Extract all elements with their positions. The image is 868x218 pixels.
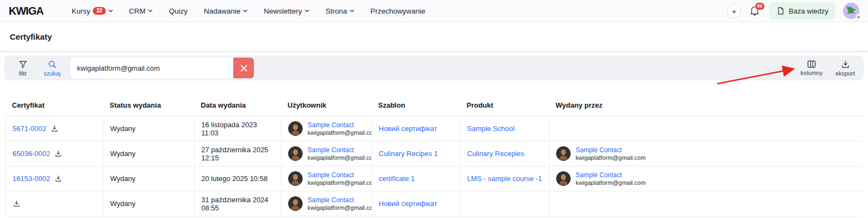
- status-cell: Wydany: [104, 191, 195, 216]
- col-header-wydany-przez: Wydany przez: [549, 101, 863, 109]
- page-header: Certyfikaty: [0, 22, 868, 52]
- nav-label: CRM: [129, 7, 146, 15]
- export-button[interactable]: eksport: [833, 60, 857, 77]
- document-icon: [776, 7, 785, 15]
- download-icon[interactable]: [54, 150, 62, 158]
- chevron-down-icon: [148, 9, 152, 13]
- template-link[interactable]: certificate 1: [379, 175, 414, 183]
- funnel-icon: [18, 60, 28, 69]
- issued-by-cell: Sample Contact kwigaplatform@gmail.com: [550, 166, 863, 191]
- export-label: eksport: [835, 70, 855, 77]
- chevron-down-icon: [350, 9, 354, 13]
- toolbar-right-actions: kolumny eksport: [800, 60, 857, 77]
- col-header-certyfikat: Certyfikat: [5, 101, 103, 109]
- user-cell: Sample Contact kwigaplatform@gmail.com: [282, 116, 372, 141]
- add-button[interactable]: +: [727, 4, 741, 18]
- columns-label: kolumny: [801, 70, 823, 76]
- knowledge-base-label: Baza wiedzy: [789, 7, 828, 15]
- user-avatar[interactable]: [843, 3, 859, 19]
- table-row: 65036-0002 Wydany 27 października 2025 1…: [5, 141, 863, 166]
- user-name-link[interactable]: Sample Contact: [308, 171, 372, 179]
- contact-avatar: [288, 196, 303, 211]
- certificate-link[interactable]: 16153-0002: [12, 175, 50, 183]
- user-email: kwigaplatform@gmail.com: [308, 179, 372, 186]
- issued-by-email: kwigaplatform@gmail.com: [576, 179, 646, 186]
- certificate-link[interactable]: 65036-0002: [12, 150, 50, 158]
- filter-toolbar: filtr szukaj kolumny eksport: [4, 55, 864, 80]
- user-name-link[interactable]: Sample Contact: [308, 146, 372, 154]
- nav-item-kursy[interactable]: Kursy 32: [72, 7, 113, 15]
- download-icon[interactable]: [54, 175, 62, 183]
- issued-by-cell: Sample Contact kwigaplatform@gmail.com: [550, 141, 863, 166]
- kursy-count-badge: 32: [93, 7, 105, 15]
- search-input[interactable]: [71, 58, 233, 78]
- nav-label: Kursy: [72, 7, 91, 15]
- template-cell: certificate 1: [372, 166, 461, 191]
- table-header-row: Certyfikat Status wydania Data wydania U…: [5, 95, 863, 116]
- template-link[interactable]: Новий сертифікат: [379, 200, 437, 208]
- template-cell: Новий сертифікат: [372, 191, 461, 216]
- user-cell: Sample Contact kwigaplatform@gmail.com: [282, 141, 372, 166]
- product-link[interactable]: Sample School: [467, 124, 514, 133]
- col-header-produkt: Produkt: [460, 101, 549, 109]
- col-header-status-wydania: Status wydania: [103, 101, 194, 109]
- nav-label: Nadawanie: [204, 7, 241, 15]
- table-row: 5671-0002 Wydany 16 listopada 2023 11:03…: [5, 116, 863, 141]
- product-cell: [461, 191, 550, 216]
- kwiga-logo[interactable]: KWIGA: [9, 5, 43, 17]
- issued-by-name-link[interactable]: Sample Contact: [576, 171, 646, 179]
- certificate-link[interactable]: 5671-0002: [12, 124, 46, 133]
- nav-item-nadawanie[interactable]: Nadawanie: [204, 7, 248, 15]
- columns-button[interactable]: kolumny: [800, 60, 824, 76]
- template-cell: Новий сертифікат: [372, 116, 461, 141]
- contact-avatar: [556, 146, 571, 161]
- nav-label: Quizy: [169, 7, 188, 15]
- user-email: kwigaplatform@gmail.com: [308, 154, 372, 161]
- product-cell: LMS - sample course -1: [461, 166, 550, 191]
- chevron-down-icon: [243, 9, 247, 13]
- top-navigation-bar: KWIGA Kursy 32 CRM Quizy Nadawanie Newsl…: [0, 0, 868, 22]
- issue-date-cell: 20 lutego 2025 10:58: [195, 166, 282, 191]
- knowledge-base-button[interactable]: Baza wiedzy: [769, 2, 835, 20]
- nav-label: Newslettery: [264, 7, 302, 15]
- issue-date-cell: 27 października 2025 12:15: [195, 141, 282, 166]
- notifications-button[interactable]: 99: [749, 4, 762, 17]
- issue-date-cell: 16 listopada 2023 11:03: [195, 116, 282, 141]
- issued-by-cell: [550, 191, 863, 216]
- download-icon[interactable]: [12, 200, 21, 208]
- nav-label: Przechowywanie: [371, 7, 425, 15]
- product-cell: Culinary Recepies: [461, 141, 550, 166]
- columns-icon: [807, 60, 816, 68]
- col-header-data-wydania: Data wydania: [194, 101, 281, 109]
- table-row: Wydany 31 października 2024 08:55 Sample…: [5, 191, 863, 216]
- clear-search-button[interactable]: [233, 58, 254, 78]
- template-link[interactable]: Новий сертифікат: [379, 124, 437, 133]
- search-button[interactable]: szukaj: [40, 60, 64, 77]
- main-nav: Kursy 32 CRM Quizy Nadawanie Newslettery…: [72, 7, 425, 15]
- nav-item-quizy[interactable]: Quizy: [169, 7, 188, 15]
- template-link[interactable]: Culinary Recipes 1: [379, 150, 438, 158]
- nav-item-strona[interactable]: Strona: [326, 7, 354, 15]
- product-link[interactable]: LMS - sample course -1: [467, 175, 542, 183]
- issued-by-name-link[interactable]: Sample Contact: [576, 146, 646, 154]
- nav-item-crm[interactable]: CRM: [129, 7, 153, 15]
- certificate-cell: [6, 191, 104, 216]
- download-icon[interactable]: [50, 124, 59, 133]
- certificate-cell: 16153-0002: [6, 166, 104, 191]
- nav-item-newslettery[interactable]: Newslettery: [264, 7, 309, 15]
- contact-avatar: [288, 146, 303, 161]
- issued-by-email: kwigaplatform@gmail.com: [576, 154, 646, 161]
- table-row: 16153-0002 Wydany 20 lutego 2025 10:58 S…: [5, 166, 863, 191]
- user-name-link[interactable]: Sample Contact: [308, 196, 372, 204]
- product-cell: Sample School: [461, 116, 550, 141]
- download-icon: [841, 60, 850, 69]
- product-link[interactable]: Culinary Recepies: [467, 150, 525, 158]
- issued-by-cell: [550, 116, 863, 141]
- user-name-link[interactable]: Sample Contact: [308, 121, 372, 129]
- nav-item-przechowywanie[interactable]: Przechowywanie: [371, 7, 425, 15]
- search-icon: [48, 60, 57, 69]
- filter-button[interactable]: filtr: [11, 60, 35, 77]
- certificate-cell: 5671-0002: [6, 116, 104, 141]
- contact-avatar: [288, 121, 303, 136]
- status-cell: Wydany: [104, 141, 195, 166]
